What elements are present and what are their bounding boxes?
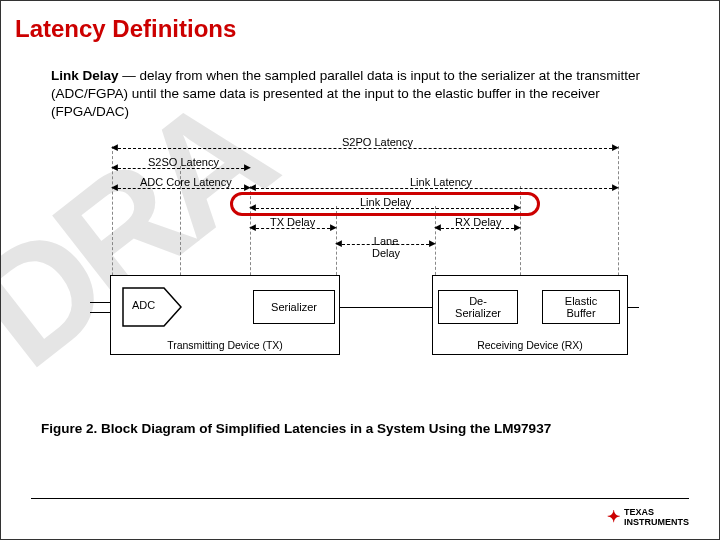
- label-rx-delay: RX Delay: [455, 216, 501, 228]
- block-diagram: ◀▶ S2PO Latency ◀▶ S2SO Latency ◀▶ ADC C…: [80, 140, 640, 415]
- tx-device-label: Transmitting Device (TX): [111, 339, 339, 351]
- brand-bottom: INSTRUMENTS: [624, 518, 689, 527]
- label-tx-delay: TX Delay: [270, 216, 315, 228]
- footer-rule: [31, 498, 689, 499]
- page-title: Latency Definitions: [1, 1, 719, 43]
- label-lane-delay: Lane Delay: [372, 235, 400, 259]
- elastic-buffer-block: Elastic Buffer: [542, 290, 620, 324]
- label-s2po: S2PO Latency: [342, 136, 413, 148]
- adc-block: ADC: [122, 287, 182, 327]
- label-s2so: S2SO Latency: [148, 156, 219, 168]
- figure-caption: Figure 2. Block Diagram of Simplified La…: [41, 421, 719, 436]
- adc-label: ADC: [132, 299, 155, 311]
- link-delay-highlight: [230, 192, 540, 216]
- definition-paragraph: Link Delay — delay from when the sampled…: [1, 43, 719, 122]
- ti-logo-icon: ✦: [607, 509, 618, 526]
- definition-sep: —: [119, 68, 140, 83]
- rx-device-label: Receiving Device (RX): [433, 339, 627, 351]
- footer-brand: ✦ TEXAS INSTRUMENTS: [607, 508, 689, 527]
- serializer-block: Serializer: [253, 290, 335, 324]
- label-adc-core: ADC Core Latency: [140, 176, 232, 188]
- label-link-latency: Link Latency: [410, 176, 472, 188]
- definition-term: Link Delay: [51, 68, 119, 83]
- deserializer-block: De- Serializer: [438, 290, 518, 324]
